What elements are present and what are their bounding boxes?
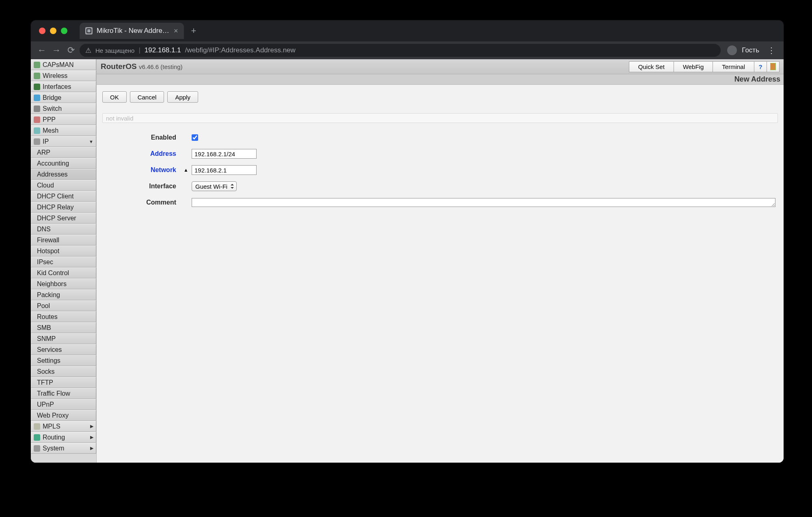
maximize-window-icon[interactable] <box>61 28 67 34</box>
menu-icon[interactable]: ⋮ <box>764 45 779 55</box>
sidebar-sub-smb[interactable]: SMB <box>31 322 96 333</box>
quick-set-button[interactable]: Quick Set <box>629 61 674 72</box>
forward-icon[interactable]: → <box>50 45 63 56</box>
sidebar-sub-label: Hotspot <box>37 248 59 255</box>
sidebar-item-interfaces[interactable]: Interfaces <box>31 81 96 92</box>
reload-icon[interactable]: ⟳ <box>65 45 77 56</box>
back-icon[interactable]: ← <box>36 45 48 56</box>
sidebar-sub-snmp[interactable]: SNMP <box>31 333 96 344</box>
chevron-right-icon: ▶ <box>90 446 93 451</box>
sidebar-sub-cloud[interactable]: Cloud <box>31 180 96 191</box>
profile-label[interactable]: Гость <box>739 46 762 54</box>
sidebar-sub-label: DNS <box>37 226 51 233</box>
sidebar-sub-firewall[interactable]: Firewall <box>31 235 96 246</box>
enabled-checkbox[interactable] <box>192 134 198 141</box>
sidebar-item-system[interactable]: System▶ <box>31 443 96 454</box>
sidebar-sub-dns[interactable]: DNS <box>31 224 96 235</box>
url-path: /webfig/#IP:Addresses.Address.new <box>185 46 296 54</box>
sidebar-sub-tftp[interactable]: TFTP <box>31 377 96 388</box>
interface-value: Guest Wi-Fi <box>195 183 227 190</box>
help-icon: ? <box>758 63 762 70</box>
brand-name: RouterOS <box>101 62 137 71</box>
sidebar-sub-accounting[interactable]: Accounting <box>31 158 96 169</box>
sidebar-sub-dhcp-client[interactable]: DHCP Client <box>31 191 96 202</box>
sidebar-sub-pool[interactable]: Pool <box>31 300 96 311</box>
sidebar-sub-socks[interactable]: Socks <box>31 366 96 377</box>
sidebar-item-ppp[interactable]: PPP <box>31 114 96 125</box>
sidebar-item-switch[interactable]: Switch <box>31 103 96 114</box>
help-button[interactable]: ? <box>754 61 767 72</box>
browser-tab[interactable]: MikroTik - New Address at adm × <box>80 23 184 39</box>
sidebar-sub-ipsec[interactable]: IPsec <box>31 256 96 267</box>
webfig-page: CAPsMANWirelessInterfacesBridgeSwitchPPP… <box>31 59 784 463</box>
logout-button[interactable] <box>767 61 780 72</box>
content-pane: RouterOS v6.46.6 (testing) Quick Set Web… <box>97 59 784 463</box>
row-interface: Interface Guest Wi-Fi <box>102 178 778 194</box>
comment-wrapper <box>192 198 775 207</box>
sidebar-sub-label: Kid Control <box>37 269 69 277</box>
collapse-toggle-icon[interactable]: ▲ <box>184 167 189 173</box>
sidebar-item-label: Routing <box>43 434 65 441</box>
minimize-window-icon[interactable] <box>50 28 56 34</box>
webfig-button[interactable]: WebFig <box>674 61 713 72</box>
sidebar-sub-label: SNMP <box>37 335 56 343</box>
sidebar-item-label: MPLS <box>43 423 60 430</box>
profile-avatar-icon[interactable] <box>727 45 737 55</box>
switch-icon <box>34 106 40 112</box>
sidebar-sub-routes[interactable]: Routes <box>31 311 96 322</box>
separator: | <box>138 46 140 54</box>
brand-version: v6.46.6 (testing) <box>139 63 183 70</box>
cancel-button[interactable]: Cancel <box>130 91 164 103</box>
tab-title: MikroTik - New Address at adm <box>97 27 170 35</box>
new-tab-button[interactable]: + <box>184 26 204 36</box>
sidebar-item-wireless[interactable]: Wireless <box>31 70 96 81</box>
comment-input[interactable] <box>192 198 775 207</box>
address-input[interactable] <box>192 149 257 159</box>
sidebar-sub-kid-control[interactable]: Kid Control <box>31 267 96 278</box>
terminal-button[interactable]: Terminal <box>713 61 754 72</box>
sidebar-sub-label: Packing <box>37 291 60 299</box>
sidebar-sub-services[interactable]: Services <box>31 344 96 355</box>
label-network[interactable]: Network <box>102 166 184 174</box>
status-text: not invalid <box>102 113 778 123</box>
row-comment: Comment <box>102 194 778 211</box>
sidebar-sub-upnp[interactable]: UPnP <box>31 399 96 410</box>
browser-tabbar: MikroTik - New Address at adm × + <box>31 20 784 41</box>
sidebar-item-ip[interactable]: IP▼ <box>31 136 96 147</box>
sidebar-sub-neighbors[interactable]: Neighbors <box>31 278 96 289</box>
sidebar: CAPsMANWirelessInterfacesBridgeSwitchPPP… <box>31 59 97 463</box>
insecure-icon: ⚠ <box>85 46 91 55</box>
ip-icon <box>34 138 40 145</box>
sidebar-item-label: Mesh <box>43 127 58 134</box>
sidebar-item-mpls[interactable]: MPLS▶ <box>31 421 96 432</box>
sidebar-sub-packing[interactable]: Packing <box>31 289 96 300</box>
sidebar-sub-arp[interactable]: ARP <box>31 147 96 158</box>
sidebar-sub-web-proxy[interactable]: Web Proxy <box>31 410 96 421</box>
mesh-icon <box>34 127 40 134</box>
top-bar: RouterOS v6.46.6 (testing) Quick Set Web… <box>97 59 784 74</box>
sidebar-sub-traffic-flow[interactable]: Traffic Flow <box>31 388 96 399</box>
sidebar-item-capsman[interactable]: CAPsMAN <box>31 59 96 70</box>
sidebar-item-mesh[interactable]: Mesh <box>31 125 96 136</box>
sidebar-item-routing[interactable]: Routing▶ <box>31 432 96 443</box>
sidebar-item-bridge[interactable]: Bridge <box>31 92 96 103</box>
sidebar-sub-addresses[interactable]: Addresses <box>31 169 96 180</box>
apply-button[interactable]: Apply <box>167 91 198 103</box>
label-comment: Comment <box>102 199 184 206</box>
sidebar-sub-label: ARP <box>37 149 50 156</box>
network-input[interactable] <box>192 165 257 175</box>
sidebar-sub-dhcp-server[interactable]: DHCP Server <box>31 213 96 224</box>
close-window-icon[interactable] <box>39 28 45 34</box>
toolbar-right: Гость ⋮ <box>723 45 779 55</box>
routing-icon <box>34 434 40 441</box>
sidebar-sub-dhcp-relay[interactable]: DHCP Relay <box>31 202 96 213</box>
ok-button[interactable]: OK <box>102 91 127 103</box>
address-bar[interactable]: ⚠ Не защищено | 192.168.1.1/webfig/#IP:A… <box>80 44 721 57</box>
label-address[interactable]: Address <box>102 150 184 157</box>
bridge-icon <box>34 95 40 101</box>
interface-select[interactable]: Guest Wi-Fi <box>192 181 237 191</box>
sidebar-sub-settings[interactable]: Settings <box>31 355 96 366</box>
sidebar-sub-hotspot[interactable]: Hotspot <box>31 246 96 256</box>
window-traffic-lights <box>35 28 71 34</box>
tab-close-icon[interactable]: × <box>174 27 178 35</box>
